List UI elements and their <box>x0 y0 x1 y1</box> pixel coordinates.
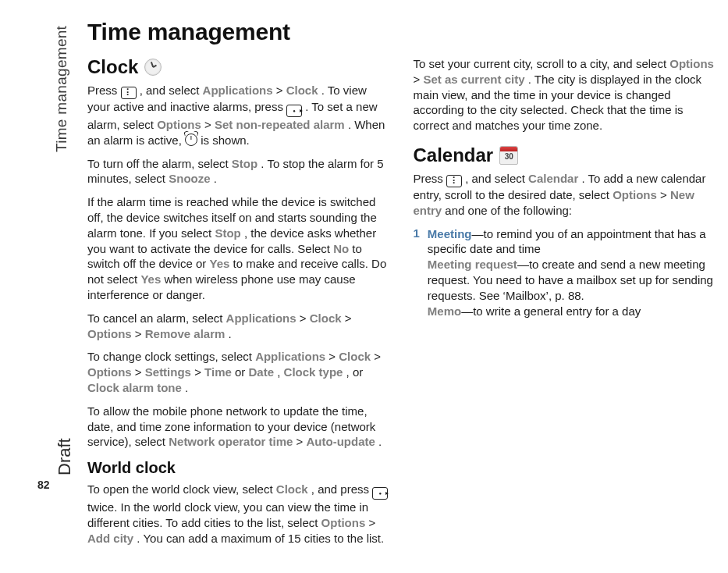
ui-clock: Clock <box>286 84 318 97</box>
ui-stop: Stop <box>215 226 240 240</box>
ui-clock-alarm-tone: Clock alarm tone <box>87 381 182 394</box>
heading-calendar: Calendar <box>414 144 718 166</box>
ui-options: Options <box>157 118 201 131</box>
clock-network-time-paragraph: To allow the mobile phone network to upd… <box>87 404 392 450</box>
menu-key-icon <box>446 175 462 187</box>
ui-options: Options <box>87 365 132 379</box>
manual-page: Time management Draft 82 Time management… <box>0 0 728 573</box>
dpad-key-icon <box>372 487 388 500</box>
ui-auto-update: Auto-update <box>307 435 375 448</box>
clock-settings-paragraph: To change clock settings, select Applica… <box>87 349 392 395</box>
dpad-key-icon <box>286 105 302 117</box>
heading-world-clock: World clock <box>87 459 392 477</box>
ui-meeting: Meeting <box>428 227 472 240</box>
clock-icon <box>144 59 162 76</box>
alarm-active-icon <box>185 133 197 146</box>
ui-memo: Memo <box>428 304 461 318</box>
page-title: Time management <box>87 19 717 45</box>
ui-date: Date <box>249 365 275 379</box>
ui-applications: Applications <box>203 84 273 97</box>
world-clock-open-paragraph: To open the world clock view, select Clo… <box>87 482 392 546</box>
ui-yes: Yes <box>209 257 229 270</box>
ui-no: No <box>333 242 349 255</box>
list-body: Meeting—to remind you of an appointment … <box>428 226 717 319</box>
ui-clock: Clock <box>339 350 371 363</box>
ui-settings: Settings <box>145 365 191 379</box>
content-flow: Time management Clock Press , and select… <box>87 19 717 559</box>
world-clock-set-city-paragraph: To set your current city, scroll to a ci… <box>414 56 718 133</box>
side-chapter-label: Time management <box>53 26 70 152</box>
ui-clock: Clock <box>276 482 308 496</box>
ui-options: Options <box>87 327 132 340</box>
ui-meeting-request: Meeting request <box>428 258 517 271</box>
menu-key-icon <box>121 87 137 99</box>
ui-time: Time <box>204 365 232 379</box>
ui-applications: Applications <box>226 311 297 325</box>
clock-switchedoff-paragraph: If the alarm time is reached while the d… <box>87 194 392 303</box>
ui-calendar: Calendar <box>528 172 578 185</box>
clock-intro-paragraph: Press , and select Applications > Clock … <box>87 83 392 148</box>
ui-set-as-current-city: Set as current city <box>423 73 524 86</box>
heading-clock-text: Clock <box>87 56 138 78</box>
ui-add-city: Add city <box>87 532 133 545</box>
clock-cancel-paragraph: To cancel an alarm, select Applications … <box>87 311 392 342</box>
list-number: 1 <box>414 226 420 319</box>
heading-calendar-text: Calendar <box>414 144 494 166</box>
ui-clock-type: Clock type <box>284 365 343 379</box>
ui-options: Options <box>669 57 714 70</box>
ui-options: Options <box>613 188 657 201</box>
calendar-list-item-1: 1 Meeting—to remind you of an appointmen… <box>414 226 718 319</box>
clock-stop-paragraph: To turn off the alarm, select Stop . To … <box>87 156 392 187</box>
heading-clock: Clock <box>87 56 392 78</box>
ui-snooze: Snooze <box>169 172 210 185</box>
ui-remove-alarm: Remove alarm <box>145 327 226 340</box>
ui-set-non-repeated-alarm: Set non-repeated alarm <box>215 118 345 131</box>
ui-yes: Yes <box>140 272 161 286</box>
calendar-intro-paragraph: Press , and select Calendar . To add a n… <box>414 171 718 219</box>
calendar-icon <box>499 146 518 165</box>
ui-clock: Clock <box>310 311 342 325</box>
page-number: 82 <box>37 479 50 491</box>
ui-applications: Applications <box>255 350 325 363</box>
ui-stop: Stop <box>232 157 257 170</box>
side-draft-label: Draft <box>55 438 75 475</box>
ui-options: Options <box>321 516 366 529</box>
ui-network-operator-time: Network operator time <box>169 435 293 448</box>
